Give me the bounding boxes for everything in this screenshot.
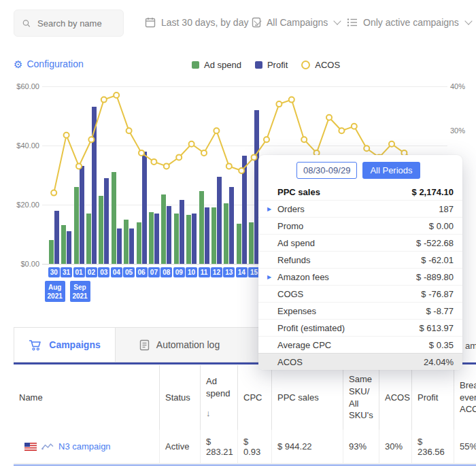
column-header-same-sku[interactable]: Same SKU/ All SKU's <box>343 365 379 430</box>
chevron-down-icon <box>334 17 341 24</box>
popup-row-value: $ 0.00 <box>429 221 454 231</box>
table-header: Name Status Ad spend ↓ CPC PPC sales Sam… <box>14 365 476 430</box>
expand-triangle-icon[interactable]: ▶ <box>267 274 277 280</box>
popup-row-label: COGS <box>277 289 421 299</box>
value: $ 944.22 <box>277 441 312 452</box>
acos-marker[interactable] <box>176 154 182 160</box>
popup-row-label: Promo <box>277 221 429 231</box>
sort-descending-icon[interactable]: ↓ <box>206 407 232 420</box>
value: $ 283.21 <box>206 437 233 457</box>
popup-row-value: $ 613.97 <box>419 323 454 333</box>
acos-marker[interactable] <box>189 141 194 147</box>
truncated-edge-label: am <box>465 341 476 351</box>
cell-break-even-acos: 55% <box>454 430 476 463</box>
acos-marker[interactable] <box>64 133 69 138</box>
acos-marker[interactable] <box>139 150 144 156</box>
configuration-link[interactable]: ⚙ Configuration <box>14 58 84 69</box>
acos-marker[interactable] <box>201 150 207 156</box>
acos-marker[interactable] <box>301 137 307 142</box>
popup-row-refunds: Refunds$ -62.01 <box>258 251 462 268</box>
table-bottom-border <box>14 464 476 466</box>
acos-marker[interactable] <box>101 97 107 103</box>
tab-automation-log-label: Automation log <box>156 339 220 350</box>
column-label: Same SKU/ All SKU's <box>349 373 373 421</box>
popup-row-label: Average CPC <box>277 340 429 350</box>
popup-row-orders[interactable]: ▶Orders187 <box>258 200 462 217</box>
popup-row-value: $ 2,174.10 <box>412 187 454 197</box>
column-header-profit[interactable]: Profit <box>412 365 454 430</box>
column-label: PPC sales <box>277 392 337 404</box>
popup-row-average-cpc: Average CPC$ 0.35 <box>258 336 462 353</box>
popup-row-label: ACOS <box>277 357 424 367</box>
column-header-ppc-sales[interactable]: PPC sales <box>272 365 343 430</box>
legend-item-ad-spend[interactable]: Ad spend <box>192 60 241 70</box>
acos-marker[interactable] <box>364 146 369 151</box>
acos-marker[interactable] <box>76 163 82 169</box>
popup-row-profit-estimated-: Profit (estimated)$ 613.97 <box>258 319 462 336</box>
cell-ppc-sales: $ 944.22 <box>272 430 343 463</box>
acos-marker[interactable] <box>276 101 282 107</box>
acos-marker[interactable] <box>389 141 394 147</box>
acos-marker[interactable] <box>239 168 244 173</box>
acos-marker[interactable] <box>264 137 269 142</box>
column-header-status[interactable]: Status <box>160 365 201 430</box>
column-header-cpc[interactable]: CPC <box>238 365 272 430</box>
column-header-name[interactable]: Name <box>14 365 160 430</box>
legend-item-acos[interactable]: ACOS <box>301 60 340 70</box>
acos-marker[interactable] <box>88 137 94 142</box>
value: $ 0.93 <box>243 437 266 457</box>
acos-ring-marker <box>301 61 310 69</box>
popup-row-ppc-sales: PPC sales$ 2,174.10 <box>258 184 462 200</box>
acos-marker[interactable] <box>352 124 357 129</box>
acos-marker[interactable] <box>226 163 232 169</box>
cell-same-sku: 93% <box>343 430 379 463</box>
all-periods-button[interactable]: All Periods <box>362 162 420 179</box>
acos-marker[interactable] <box>51 190 56 196</box>
cell-status: Active <box>160 430 201 463</box>
active-campaigns-filter[interactable]: Only active campaigns <box>347 17 471 28</box>
tablet-icon <box>252 17 261 28</box>
popup-row-label: Profit (estimated) <box>277 323 419 333</box>
legend-item-profit[interactable]: Profit <box>255 60 288 70</box>
column-header-acos[interactable]: ACOS <box>379 365 412 430</box>
trend-icon[interactable] <box>41 443 54 451</box>
acos-marker[interactable] <box>114 92 119 98</box>
popup-row-cogs: COGS$ -76.87 <box>258 285 462 302</box>
column-header-break-even-acos[interactable]: Break-even ACOS <box>454 365 476 430</box>
x-axis-month-label: Sep2021 <box>70 281 90 302</box>
column-label: ACOS <box>385 392 406 404</box>
search-icon <box>22 18 31 29</box>
search-box[interactable] <box>14 10 124 37</box>
acos-marker[interactable] <box>151 159 156 165</box>
acos-marker[interactable] <box>326 115 332 120</box>
campaign-link[interactable]: N3 campaign <box>58 441 111 452</box>
acos-marker[interactable] <box>252 154 257 160</box>
date-range-filter[interactable]: Last 30 days, by day <box>145 17 260 28</box>
calendar-icon <box>145 17 156 28</box>
search-input[interactable] <box>36 18 115 29</box>
acos-marker[interactable] <box>214 128 219 133</box>
x-axis-month-label: Aug2021 <box>45 281 65 302</box>
table-row[interactable]: N3 campaign Active $ 283.21 $ 0.93 $ 944… <box>14 430 476 464</box>
acos-marker[interactable] <box>126 128 132 133</box>
popup-row-amazon-fees[interactable]: ▶Amazon fees$ -889.80 <box>258 268 462 285</box>
column-header-ad-spend[interactable]: Ad spend ↓ <box>201 365 238 430</box>
popup-row-value: $ -8.77 <box>426 306 454 316</box>
month-label-line: Sep <box>70 284 90 291</box>
tab-campaigns[interactable]: Campaigns <box>14 328 116 362</box>
us-flag-icon <box>24 443 37 451</box>
acos-marker[interactable] <box>339 128 344 133</box>
column-label: Status <box>165 392 194 404</box>
month-label-line: 2021 <box>70 292 90 300</box>
date-range-filter-label: Last 30 days, by day <box>161 17 248 28</box>
acos-marker[interactable] <box>289 97 294 103</box>
popup-row-value: $ -76.87 <box>421 289 454 299</box>
campaigns-filter[interactable]: All Campaigns <box>252 17 340 28</box>
value: 55% <box>460 441 476 452</box>
popup-row-expenses: Expenses$ -8.77 <box>258 302 462 319</box>
popup-row-value: 24.04% <box>424 357 454 367</box>
tab-automation-log[interactable]: Automation log <box>116 328 243 362</box>
expand-triangle-icon[interactable]: ▶ <box>267 206 277 212</box>
acos-marker[interactable] <box>164 163 169 169</box>
date-range-button[interactable]: 08/30-09/29 <box>296 162 357 179</box>
